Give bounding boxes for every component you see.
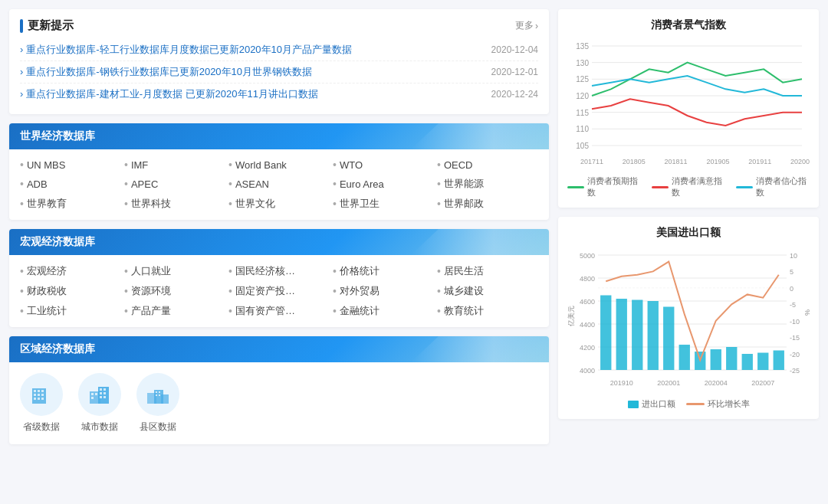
legend-label: 消费者满意指数 <box>672 175 725 198</box>
region-icon <box>78 373 121 416</box>
svg-text:亿美元: 亿美元 <box>567 306 575 327</box>
world-db-item[interactable]: ADB <box>20 177 121 191</box>
world-db-item[interactable]: 世界文化 <box>228 197 330 211</box>
macro-db-body: 宏观经济人口就业国民经济核…价格统计居民生活财政税收资源环境固定资产投…对外贸易… <box>9 255 549 327</box>
svg-text:201905: 201905 <box>706 158 729 165</box>
macro-db-item[interactable]: 对外贸易 <box>333 284 434 298</box>
macro-db-item[interactable]: 价格统计 <box>333 264 434 278</box>
svg-rect-16 <box>104 388 106 391</box>
svg-rect-25 <box>159 391 160 393</box>
world-db-item[interactable]: Euro Area <box>333 177 434 191</box>
macro-db-item[interactable]: 教育统计 <box>437 304 538 318</box>
svg-text:202004: 202004 <box>705 379 728 387</box>
svg-rect-75 <box>679 345 690 370</box>
more-label: 更多 <box>515 19 534 32</box>
macro-db-item[interactable]: 工业统计 <box>20 304 121 318</box>
region-db-body: 省级数据 城市数据 县区数据 <box>9 362 549 444</box>
svg-text:125: 125 <box>576 75 589 83</box>
update-item-link[interactable]: 重点行业数据库-轻工行业数据库月度数据已更新2020年10月产品产量数据 <box>20 43 482 57</box>
us-trade-chart-svg: 400042004400460048005000-25-20-15-10-505… <box>567 246 810 391</box>
svg-text:115: 115 <box>576 109 589 117</box>
world-db-item[interactable]: 世界科技 <box>124 197 225 211</box>
world-db-item[interactable]: 世界邮政 <box>437 197 538 211</box>
macro-db-item[interactable]: 宏观经济 <box>20 264 121 278</box>
region-db-item[interactable]: 县区数据 <box>136 373 179 434</box>
svg-text:4800: 4800 <box>580 275 595 283</box>
svg-text:%: % <box>803 309 810 316</box>
svg-text:5: 5 <box>790 268 794 276</box>
svg-text:201805: 201805 <box>623 158 646 165</box>
svg-text:135: 135 <box>576 42 589 51</box>
trade-legend-item: 进出口额 <box>628 398 675 410</box>
svg-rect-18 <box>104 392 106 394</box>
svg-rect-26 <box>156 394 157 396</box>
svg-text:201911: 201911 <box>748 158 771 165</box>
svg-text:105: 105 <box>576 142 589 150</box>
region-db-item[interactable]: 城市数据 <box>78 373 121 434</box>
world-db-item[interactable]: World Bank <box>228 159 330 171</box>
us-trade-chart-legend: 进出口额环比增长率 <box>567 398 810 410</box>
world-db-item[interactable]: IMF <box>124 159 225 171</box>
macro-db-item[interactable]: 国有资产管… <box>228 304 330 318</box>
svg-rect-12 <box>91 393 94 395</box>
world-db-item[interactable]: 世界卫生 <box>333 197 434 211</box>
region-db-title: 区域经济数据库 <box>20 342 95 355</box>
region-icon <box>136 373 179 416</box>
svg-rect-80 <box>757 353 768 371</box>
svg-text:10: 10 <box>790 252 797 260</box>
macro-db-item[interactable]: 固定资产投… <box>228 284 330 298</box>
svg-rect-81 <box>774 351 784 371</box>
svg-text:202007: 202007 <box>751 379 774 387</box>
update-title-bar: 更新提示 更多 › <box>20 18 538 33</box>
macro-db-item[interactable]: 财政税收 <box>20 284 121 298</box>
svg-text:-25: -25 <box>790 367 800 375</box>
macro-db-item[interactable]: 人口就业 <box>124 264 225 278</box>
update-more-link[interactable]: 更多 › <box>515 19 538 32</box>
svg-text:0: 0 <box>790 285 794 293</box>
svg-rect-1 <box>34 390 36 392</box>
svg-text:202005: 202005 <box>790 158 810 165</box>
world-db-item[interactable]: ASEAN <box>228 177 330 191</box>
svg-text:4400: 4400 <box>580 321 595 329</box>
macro-db-item[interactable]: 国民经济核… <box>228 264 330 278</box>
update-item: 重点行业数据库-钢铁行业数据库已更新2020年10月世界钢铁数据 2020-12… <box>20 61 538 83</box>
world-db-item[interactable]: APEC <box>124 177 225 191</box>
world-db-item[interactable]: 世界能源 <box>437 177 538 191</box>
consumer-chart-panel: 消费者景气指数 10511011512012513013520171120180… <box>558 9 819 208</box>
macro-db-item[interactable]: 城乡建设 <box>437 284 538 298</box>
svg-rect-9 <box>41 398 44 400</box>
region-db-item[interactable]: 省级数据 <box>20 373 63 434</box>
update-section-title: 更新提示 <box>20 18 74 33</box>
world-db-item[interactable]: OECD <box>437 159 538 171</box>
region-item-label: 城市数据 <box>81 421 118 434</box>
macro-db-item[interactable]: 居民生活 <box>437 264 538 278</box>
svg-rect-79 <box>742 354 753 370</box>
macro-db-item[interactable]: 金融统计 <box>333 304 434 318</box>
legend-label: 消费者预期指数 <box>587 175 641 198</box>
update-item-link[interactable]: 重点行业数据库-建材工业-月度数据 已更新2020年11月讲出口数据 <box>20 87 482 101</box>
svg-rect-24 <box>156 391 157 393</box>
region-db-header: 区域经济数据库 <box>9 336 549 362</box>
svg-text:201910: 201910 <box>610 379 633 387</box>
region-item-label: 省级数据 <box>23 421 60 434</box>
svg-rect-70 <box>600 296 611 371</box>
world-db-item[interactable]: UN MBS <box>20 159 121 171</box>
legend-dot <box>567 186 584 188</box>
update-item-date: 2020-12-04 <box>491 44 538 55</box>
legend-label: 环比增长率 <box>708 398 750 410</box>
world-db-item[interactable]: 世界教育 <box>20 197 121 211</box>
svg-text:-10: -10 <box>790 318 800 326</box>
svg-rect-23 <box>161 394 169 404</box>
macro-db-item[interactable]: 产品产量 <box>124 304 225 318</box>
world-db-item[interactable]: WTO <box>333 159 434 171</box>
consumer-legend-item: 消费者预期指数 <box>567 175 641 198</box>
svg-text:201711: 201711 <box>580 158 603 165</box>
update-item-link[interactable]: 重点行业数据库-钢铁行业数据库已更新2020年10月世界钢铁数据 <box>20 65 482 79</box>
svg-rect-15 <box>100 388 102 391</box>
region-db-section: 区域经济数据库 省级数据 城市数据 <box>9 336 549 444</box>
svg-rect-27 <box>159 394 160 396</box>
svg-rect-5 <box>38 394 40 396</box>
macro-db-item[interactable]: 资源环境 <box>124 284 225 298</box>
svg-rect-74 <box>663 307 674 371</box>
world-db-section: 世界经济数据库 UN MBSIMFWorld BankWTOOECDADBAPE… <box>9 123 549 220</box>
